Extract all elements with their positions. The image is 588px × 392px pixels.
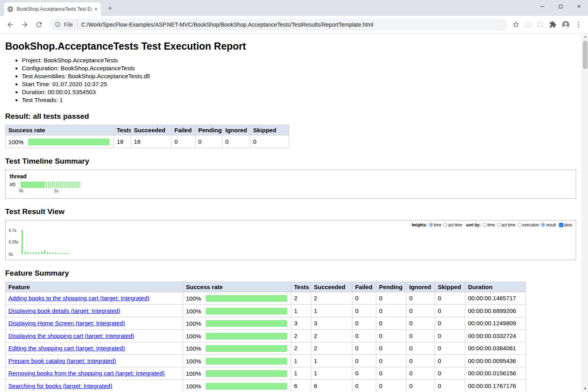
new-tab-button[interactable]: + bbox=[105, 4, 115, 14]
thread-label: thread bbox=[10, 173, 572, 180]
feature-tests: 3 bbox=[291, 317, 311, 330]
heights-option-act-time[interactable]: act time bbox=[443, 223, 462, 227]
tab-close-icon[interactable]: ✕ bbox=[94, 7, 98, 12]
extensions-puzzle-icon[interactable] bbox=[549, 21, 557, 28]
test-result-bar[interactable] bbox=[69, 253, 70, 254]
url-text: C:/Work/SpecFlow-Examples/ASP.NET-MVC/Bo… bbox=[81, 21, 373, 28]
sort-radio[interactable] bbox=[483, 223, 487, 227]
tab-strip: BookShop.AcceptanceTests Test Execution … bbox=[0, 0, 588, 16]
feature-link[interactable]: Editing the shopping cart (target: Integ… bbox=[8, 345, 125, 351]
feature-failed: 0 bbox=[352, 380, 376, 392]
test-result-bar[interactable] bbox=[49, 253, 51, 254]
test-result-bar[interactable] bbox=[38, 253, 40, 254]
success-rate-value: 100% bbox=[186, 370, 206, 377]
success-rate-value: 100% bbox=[186, 295, 206, 302]
test-result-bar[interactable] bbox=[58, 253, 59, 254]
heights-radio[interactable] bbox=[443, 223, 447, 227]
extension-icon-2[interactable] bbox=[537, 21, 544, 28]
sort-option-execution[interactable]: execution bbox=[518, 223, 540, 227]
feature-link[interactable]: Displaying the shopping cart (target: In… bbox=[8, 332, 134, 339]
test-result-bar[interactable] bbox=[52, 253, 54, 254]
page-info-icon[interactable] bbox=[55, 21, 61, 27]
reload-button[interactable] bbox=[33, 18, 45, 31]
maximize-button[interactable] bbox=[551, 0, 570, 13]
bookmark-star-icon[interactable] bbox=[512, 21, 520, 28]
feature-ignored: 0 bbox=[406, 342, 435, 355]
feature-skipped: 0 bbox=[435, 380, 465, 392]
window-controls: ✕ bbox=[533, 0, 588, 13]
report-info-item: Project: BookShop.AcceptanceTests bbox=[22, 57, 576, 64]
feature-failed: 0 bbox=[352, 355, 376, 367]
feature-link[interactable]: Prepare book catalog (target: Integrated… bbox=[8, 357, 116, 364]
close-button[interactable]: ✕ bbox=[570, 0, 588, 13]
feature-link[interactable]: Adding books to the shopping cart (targe… bbox=[8, 295, 149, 301]
feature-pending: 0 bbox=[376, 305, 406, 317]
test-result-bar[interactable] bbox=[41, 251, 43, 254]
feature-link[interactable]: Displaying Home Screen (target: Integrat… bbox=[8, 320, 125, 326]
test-result-bar[interactable] bbox=[33, 253, 34, 254]
feature-row: Displaying book details (target: Integra… bbox=[6, 305, 526, 317]
test-result-bar[interactable] bbox=[63, 253, 65, 254]
ytick-07: 0.7s bbox=[9, 228, 16, 233]
success-rate-bar bbox=[28, 139, 110, 145]
sort-option-act-time[interactable]: act time bbox=[497, 223, 516, 227]
feature-ignored: 0 bbox=[406, 317, 435, 330]
feature-tests: 6 bbox=[291, 380, 311, 392]
test-result-bar[interactable] bbox=[21, 230, 23, 254]
report-info-item: Test Assemblies: BookShop.AcceptanceTest… bbox=[22, 73, 576, 79]
report-info-item: Test Threads: 1 bbox=[22, 97, 576, 103]
feature-link[interactable]: Displaying book details (target: Integra… bbox=[8, 307, 120, 314]
result-chart-bars bbox=[21, 230, 70, 254]
report-info-list: Project: BookShop.AcceptanceTestsConfigu… bbox=[5, 57, 576, 103]
heights-option-time[interactable]: time bbox=[429, 223, 441, 227]
feature-link[interactable]: Removing books from the shopping cart (t… bbox=[8, 370, 165, 377]
scroll-down-icon[interactable]: ▼ bbox=[582, 385, 588, 392]
test-result-bar[interactable] bbox=[44, 250, 45, 254]
report-info-item: Duration: 00:00:01.5354503 bbox=[22, 89, 576, 95]
feature-pending: 0 bbox=[376, 367, 406, 380]
feature-tests: 1 bbox=[291, 305, 311, 317]
desc-checkbox[interactable]: ✓ bbox=[559, 223, 563, 227]
sort-radio[interactable] bbox=[518, 223, 522, 227]
test-result-bar[interactable] bbox=[24, 252, 26, 254]
feature-succeeded: 2 bbox=[311, 330, 352, 342]
success-rate-bar bbox=[206, 320, 287, 327]
test-result-bar[interactable] bbox=[55, 253, 56, 254]
test-result-bar[interactable] bbox=[46, 252, 48, 254]
test-result-bar[interactable] bbox=[66, 253, 68, 254]
test-result-bar[interactable] bbox=[35, 252, 37, 254]
test-result-bar[interactable] bbox=[60, 253, 62, 254]
col-pending: Pending bbox=[195, 125, 222, 135]
sort-radio[interactable] bbox=[497, 223, 501, 227]
sort-radio[interactable] bbox=[541, 223, 545, 227]
feature-ignored: 0 bbox=[406, 292, 435, 305]
feature-failed: 0 bbox=[352, 292, 376, 305]
col-skipped: Skipped bbox=[435, 282, 465, 292]
feature-duration: 00:00:00.0156156 bbox=[465, 367, 526, 380]
feature-succeeded: 2 bbox=[311, 292, 352, 305]
extension-icon-1[interactable] bbox=[524, 21, 532, 28]
heights-radio[interactable] bbox=[429, 223, 433, 227]
back-button[interactable] bbox=[4, 18, 17, 31]
feature-table-body: Adding books to the shopping cart (targe… bbox=[6, 292, 526, 392]
forward-button[interactable] bbox=[18, 18, 31, 31]
test-result-bar[interactable] bbox=[27, 252, 29, 254]
browser-tab[interactable]: BookShop.AcceptanceTests Test Execution … bbox=[4, 2, 101, 16]
sort-option-time[interactable]: time bbox=[483, 223, 495, 227]
report-info-item: Configuration: BookShop.AcceptanceTests bbox=[22, 65, 576, 71]
feature-link[interactable]: Searching for books (target: Integrated) bbox=[8, 382, 112, 389]
ignored-value: 0 bbox=[222, 135, 250, 148]
feature-duration: 00:00:00.0095436 bbox=[465, 355, 526, 367]
timeline-bar[interactable] bbox=[21, 182, 80, 188]
scroll-up-icon[interactable]: ▲ bbox=[582, 33, 588, 40]
url-bar[interactable]: File C:/Work/SpecFlow-Examples/ASP.NET-M… bbox=[49, 19, 507, 31]
minimize-button[interactable] bbox=[533, 0, 551, 13]
scrollbar-thumb[interactable] bbox=[583, 41, 588, 69]
feature-pending: 0 bbox=[376, 292, 406, 305]
page-scrollbar[interactable]: ▲ ▼ bbox=[582, 33, 588, 392]
menu-kebab-icon[interactable] bbox=[575, 21, 582, 28]
profile-avatar[interactable] bbox=[561, 20, 570, 29]
test-result-bar[interactable] bbox=[30, 253, 31, 254]
tests-value: 18 bbox=[114, 135, 131, 148]
sort-option-result[interactable]: result bbox=[541, 223, 555, 227]
